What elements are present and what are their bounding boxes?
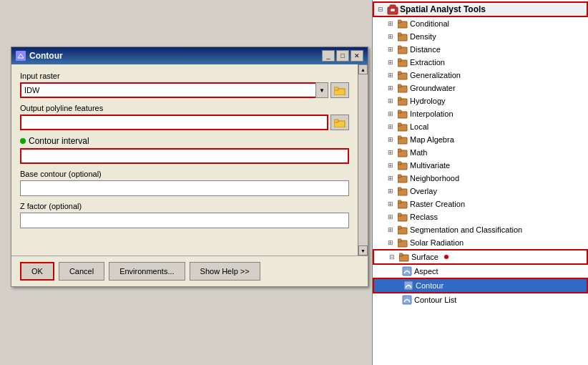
tree-item[interactable]: ⊞ Segmentation and Classification (373, 223, 588, 236)
tree-item-label: Raster Creation (410, 200, 465, 208)
tree-item[interactable]: ⊞ Map Algebra (373, 133, 588, 146)
tree-item-label: Conditional (410, 19, 449, 28)
ok-button[interactable]: OK (20, 262, 54, 281)
expand-icon: ⊞ (386, 44, 396, 54)
tree-item[interactable]: ⊞ Raster Creation (373, 198, 588, 210)
tree-icon (397, 185, 408, 197)
folder-icon-2 (334, 118, 346, 127)
tree-item[interactable]: ⊞ Reclass (373, 210, 588, 223)
expand-icon: ⊞ (386, 109, 396, 119)
output-polyline-input[interactable]: E:\gis\arc gis\create dem\create contour… (20, 115, 328, 130)
tree-item-label: Generalization (410, 71, 461, 79)
expand-icon: ⊞ (386, 225, 396, 235)
tree-item[interactable]: ⊞ Multivariate (373, 159, 588, 172)
tree-icon (397, 172, 408, 184)
output-polyline-row: E:\gis\arc gis\create dem\create contour… (20, 115, 349, 130)
tree-item-label: Neighborhood (410, 174, 459, 182)
dialog-footer: OK Cancel Environments... Show Help >> (11, 256, 368, 286)
expand-icon: ⊞ (386, 173, 396, 183)
tree-item[interactable]: ⊞ Groundwater (373, 82, 588, 94)
tree-item-label: Density (410, 32, 436, 41)
tree-root-item[interactable]: ⊟ Spatial Analyst Tools (373, 1, 588, 17)
svg-rect-1 (334, 87, 338, 90)
expand-icon: ⊞ (386, 83, 396, 93)
environments-button[interactable]: Environments... (109, 262, 185, 281)
expand-icon: ⊞ (386, 122, 396, 132)
output-polyline-label: Output polyline features (20, 104, 349, 112)
tree-item[interactable]: Aspect (373, 265, 588, 278)
tree-item[interactable]: ⊞ Math (373, 146, 588, 159)
tree-item[interactable]: Contour List (373, 293, 588, 306)
expand-icon: ⊞ (386, 70, 396, 80)
expand-icon: ⊞ (386, 19, 396, 29)
tree-items-list: ⊞ Conditional⊞ Density⊞ Distance⊞ Extrac… (373, 17, 588, 306)
svg-rect-26 (398, 136, 401, 139)
cancel-button[interactable]: Cancel (59, 262, 104, 281)
folder-icon (334, 86, 346, 95)
svg-rect-20 (398, 97, 401, 100)
tree-item[interactable]: ⊞ Density (373, 30, 588, 43)
input-raster-select[interactable]: IDW (20, 82, 328, 98)
tree-item-label: Hydrology (410, 97, 446, 105)
svg-rect-44 (399, 253, 403, 256)
tree-item-label: Surface (411, 253, 438, 261)
tree-item[interactable]: ⊞ Local (373, 120, 588, 133)
tree-item-label: Local (410, 122, 428, 131)
expand-icon (396, 266, 400, 276)
maximize-button[interactable]: □ (336, 50, 349, 62)
tree-item[interactable]: Contour (373, 278, 588, 293)
z-factor-input[interactable]: 1 (20, 213, 349, 228)
tree-item-label: Interpolation (410, 110, 454, 118)
svg-rect-24 (398, 123, 401, 126)
dialog-body: Input raster IDW ▼ (11, 64, 358, 256)
expand-icon (397, 281, 401, 291)
expand-icon: ⊞ (386, 238, 396, 248)
tree-icon (397, 160, 408, 171)
scroll-up-button[interactable]: ▲ (358, 64, 368, 74)
svg-rect-3 (334, 120, 338, 122)
scroll-down-button[interactable]: ▼ (358, 245, 368, 256)
tree-item[interactable]: ⊟ Surface (373, 249, 588, 265)
svg-rect-5 (390, 5, 396, 9)
tree-item[interactable]: ⊞ Interpolation (373, 107, 588, 120)
tree-item[interactable]: ⊞ Extraction (373, 56, 588, 69)
contour-interval-input[interactable]: 20 (20, 148, 349, 164)
tree-item[interactable]: ⊞ Overlay (373, 185, 588, 198)
input-raster-folder-button[interactable] (330, 82, 349, 98)
tree-icon (398, 251, 410, 263)
output-polyline-folder-button[interactable] (330, 115, 349, 130)
close-button[interactable]: ✕ (351, 50, 363, 62)
tree-item[interactable]: ⊞ Conditional (373, 17, 588, 30)
contour-interval-label-row: Contour interval (20, 136, 349, 146)
tree-item-label: Contour List (414, 296, 456, 304)
svg-rect-30 (398, 162, 401, 165)
tree-item-label: Aspect (414, 267, 438, 276)
tree-icon (397, 237, 408, 248)
tree-icon (397, 121, 408, 132)
svg-rect-38 (398, 213, 401, 216)
titlebar-buttons: _ □ ✕ (322, 50, 363, 62)
dialog-titlebar: Contour _ □ ✕ (11, 47, 368, 64)
input-raster-label: Input raster (20, 72, 349, 80)
tree-icon (397, 18, 408, 29)
svg-rect-6 (391, 9, 395, 11)
tree-panel: ⊟ Spatial Analyst Tools ⊞ Conditional⊞ D… (372, 0, 588, 365)
expand-icon: ⊞ (386, 96, 396, 106)
tree-icon (403, 280, 414, 291)
tree-item[interactable]: ⊞ Solar Radiation (373, 236, 588, 249)
tree-item[interactable]: ⊞ Distance (373, 43, 588, 56)
svg-rect-10 (398, 33, 401, 36)
tree-icon (397, 57, 408, 68)
tree-item[interactable]: ⊞ Neighborhood (373, 172, 588, 185)
base-contour-input[interactable]: 0 (20, 180, 349, 196)
tree-item[interactable]: ⊞ Hydrology (373, 94, 588, 107)
svg-rect-14 (398, 59, 401, 62)
tree-item[interactable]: ⊞ Generalization (373, 69, 588, 82)
show-help-button[interactable]: Show Help >> (190, 262, 260, 281)
tree-icon (401, 294, 413, 306)
tree-item-label: Reclass (410, 213, 438, 221)
dialog-scrollbar[interactable]: ▲ ▼ (358, 64, 368, 256)
tree-item-label: Overlay (410, 187, 437, 195)
tree-icon (397, 224, 408, 235)
minimize-button[interactable]: _ (322, 50, 335, 62)
